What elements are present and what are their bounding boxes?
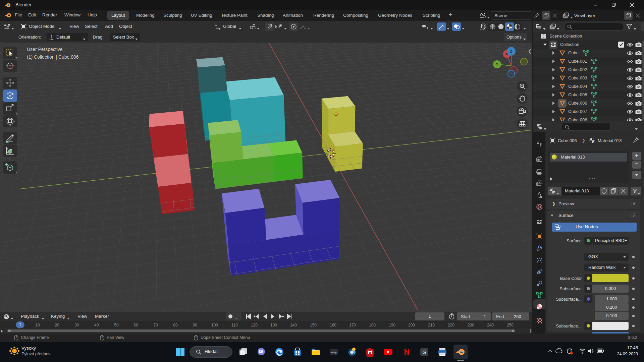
svg-text:mvhp: mvhp — [330, 351, 337, 354]
svg-text:G: G — [423, 350, 426, 355]
